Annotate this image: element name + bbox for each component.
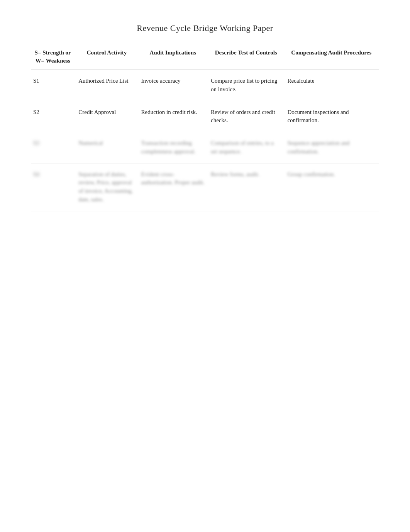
cell-compensating: Document inspections and confirmation. (285, 101, 379, 132)
cell-control: Credit Approval (76, 101, 139, 132)
table-row: S3NumericalTransaction recording complet… (31, 132, 379, 163)
cell-audit: Evident cross-authorization. Proper audi… (139, 163, 208, 211)
cell-strength: S4 (31, 163, 76, 211)
cell-strength: S1 (31, 70, 76, 101)
table-row: S2Credit ApprovalReduction in credit ris… (31, 101, 379, 132)
header-strength: S= Strength or W= Weakness (31, 46, 76, 70)
cell-test: Comparison of entries, to a set sequence… (208, 132, 285, 163)
table-row: S1Authorized Price ListInvoice accuracyC… (31, 70, 379, 101)
cell-test: Review forms, audit. (208, 163, 285, 211)
cell-control: Separation of duties, review, Price, app… (76, 163, 139, 211)
cell-strength: S3 (31, 132, 76, 163)
page-title: Revenue Cycle Bridge Working Paper (31, 23, 379, 33)
header-control: Control Activity (76, 46, 139, 70)
cell-test: Compare price list to pricing on invoice… (208, 70, 285, 101)
header-test: Describe Test of Controls (208, 46, 285, 70)
cell-control: Authorized Price List (76, 70, 139, 101)
header-audit: Audit Implications (139, 46, 208, 70)
cell-strength: S2 (31, 101, 76, 132)
table-row: S4Separation of duties, review, Price, a… (31, 163, 379, 211)
cell-test: Review of orders and credit checks. (208, 101, 285, 132)
cell-control: Numerical (76, 132, 139, 163)
cell-audit: Transaction recording completeness appro… (139, 132, 208, 163)
header-compensating: Compensating Audit Procedures (285, 46, 379, 70)
cell-compensating: Recalculate (285, 70, 379, 101)
cell-audit: Reduction in credit risk. (139, 101, 208, 132)
cell-audit: Invoice accuracy (139, 70, 208, 101)
cell-compensating: Group confirmation. (285, 163, 379, 211)
cell-compensating: Sequence appreciation and confirmation. (285, 132, 379, 163)
